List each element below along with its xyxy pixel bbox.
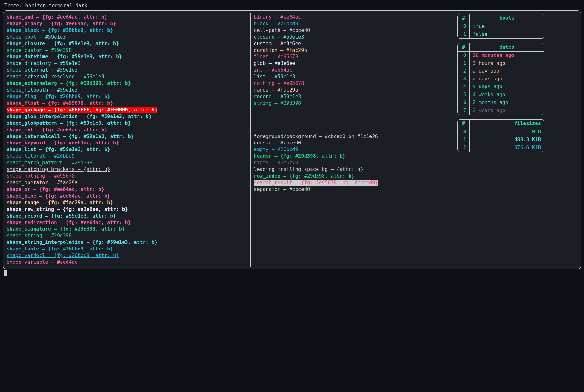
shapes-name: shape_filepath [7, 87, 48, 93]
row-value: 30 minutes ago [470, 52, 544, 60]
shapes-value: #26bbd9 [54, 153, 74, 159]
shapes-row: shape_table — {fg: #26bbd9, attr: b} [7, 246, 247, 252]
shapes-value: {fg: #e3e6ee, attr: b} [63, 206, 128, 212]
shapes-row: shape_external_resolved — #59e1e3 [7, 73, 247, 80]
separator-text: — [269, 21, 278, 27]
shapes-row: shape_bool — #59e1e3 [7, 34, 247, 41]
types-row: nothing — #e95678 [254, 80, 450, 87]
row-value: 0 B [470, 128, 544, 136]
types-row: range — #fac29a [254, 87, 450, 93]
misc-entry: search_result — {fg: #e95678, bg: #cbced… [254, 180, 378, 186]
shapes-value: {fg: #59e1e3, attr: b} [69, 134, 134, 139]
types-entry: cell-path — #cbced0 [254, 28, 310, 33]
shapes-entry: shape_raw_string — {fg: #e3e6ee, attr: b… [7, 206, 128, 212]
types-entry: int — #ee64ac [254, 67, 292, 73]
types-value: #fac29a [286, 47, 307, 53]
separator-text: — [328, 167, 337, 172]
shapes-row: shape_directory — #59e1e3 [7, 60, 247, 67]
shapes-name: shape_block [7, 28, 39, 33]
shapes-row: shape_datetime — {fg: #59e1e3, attr: b} [7, 54, 247, 60]
shapes-entry: shape_list — {fg: #59e1e3, attr: b} [7, 147, 110, 152]
row-value: 488.3 KiB [470, 136, 544, 144]
misc-value: #cbced0 [289, 187, 310, 192]
shapes-value: {fg: #59e1e3, attr: b} [66, 120, 131, 126]
types-value: #29d398 [280, 100, 301, 106]
separator-text: — [272, 14, 280, 20]
shapes-entry: shape_directory — #59e1e3 [7, 60, 80, 66]
row-index: 2 [458, 144, 470, 152]
separator-text: — [280, 187, 289, 192]
row-value: 3 hours ago [470, 60, 544, 67]
shapes-row: shape_closure — {fg: #59e1e3, attr: b} [7, 41, 247, 47]
shapes-row: shape_garbage — {fg: #FFFFFF, bg: #FF000… [7, 107, 247, 113]
shapes-entry: shape_redirection — {fg: #ee64ac, attr: … [7, 220, 131, 225]
separator-text: — [39, 28, 48, 33]
shapes-row: shape_or — {fg: #ee64ac, attr: b} [7, 186, 247, 193]
table-row: 1false [458, 30, 544, 38]
misc-name: header [254, 153, 272, 159]
table-header: #filesizes [458, 120, 544, 128]
types-row: closure — #59e1e3 [254, 34, 450, 41]
shapes-value: {fg: #ee64ac, attr: b} [45, 193, 110, 199]
types-value: #59e1e3 [274, 74, 295, 79]
types-column: binary — #ee64acblock — #26bbd9cell-path… [251, 13, 453, 267]
types-row: cell-path — #cbced0 [254, 27, 450, 34]
shapes-name: shape_directory [7, 60, 51, 66]
types-name: binary [254, 14, 272, 20]
shapes-name: shape_bool [7, 34, 36, 40]
row-value: 2 years ago [470, 107, 544, 115]
misc-row: foreground/background — #cbced0 on #1c1e… [254, 133, 450, 140]
separator-text: — [48, 180, 57, 186]
separator-text: — [269, 54, 278, 60]
shapes-entry: shape_matching_brackets — {attr: u} [7, 167, 110, 172]
table-dates: #dates030 minutes ago13 hours ago2a day … [457, 43, 544, 115]
shapes-entry: shape_block — {fg: #26bbd9, attr: b} [7, 28, 113, 33]
separator-text: — [48, 54, 57, 60]
row-index: 2 [458, 67, 470, 75]
types-entry: list — #59e1e3 [254, 74, 295, 79]
table-header: #dates [458, 43, 544, 52]
table-row: 030 minutes ago [458, 52, 544, 60]
types-name: range [254, 87, 269, 93]
misc-value: {fg: #e95678, bg: #cbced0} [301, 180, 378, 186]
shapes-value: #59e1e3 [60, 60, 80, 66]
misc-entry: cursor — #cbced0 [254, 140, 301, 146]
table-row: 0true [458, 22, 544, 30]
types-value: #59e1e3 [280, 94, 301, 99]
types-entry: glob — #e3e6ee [254, 60, 295, 66]
table-row: 00 B [458, 128, 544, 136]
table-header-label: bools [470, 14, 544, 22]
shapes-name: shape_operator [7, 180, 48, 186]
misc-name: leading_trailing_space_bg [254, 167, 328, 172]
shapes-row: shape_vardecl — {fg: #26bbd9, attr: u} [7, 252, 247, 259]
separator-text: — [280, 173, 289, 179]
shapes-value: #29d398 [51, 233, 72, 238]
shapes-name: shape_int [7, 127, 33, 133]
types-name: duration [254, 47, 278, 53]
shapes-row: shape_match_pattern — #29d398 [7, 160, 247, 166]
shapes-row: shape_externalarg — {fg: #29d398, attr: … [7, 80, 247, 87]
types-row: custom — #e3e6ee [254, 41, 450, 47]
table-row: 45 days ago [458, 83, 544, 91]
shapes-name: shape_signature [7, 226, 51, 232]
separator-text: — [78, 114, 87, 119]
separator-text: — [48, 67, 57, 73]
shapes-value: {fg: #59e1e3, attr: b} [87, 114, 151, 119]
shapes-row: shape_block — {fg: #26bbd9, attr: b} [7, 27, 247, 34]
separator-text: — [292, 180, 301, 186]
types-value: #e95678 [278, 54, 298, 60]
misc-row: hints — #6f6f70 [254, 160, 450, 166]
separator-text: — [45, 41, 54, 47]
separator-text: — [272, 153, 280, 159]
types-entry: record — #59e1e3 [254, 94, 301, 99]
shapes-name: shape_float [7, 100, 39, 106]
misc-value: #26bbd9 [278, 147, 298, 152]
shapes-value: #29d398 [51, 47, 72, 53]
shapes-entry: shape_bool — #59e1e3 [7, 34, 66, 40]
table-header: #bools [458, 14, 544, 22]
shapes-row: shape_string_interpolation — {fg: #59e1e… [7, 239, 247, 246]
shapes-row: shape_range — {fg: #fac29a, attr: b} [7, 199, 247, 206]
types-value: #59e1e3 [283, 34, 304, 40]
shapes-column: shape_and — {fg: #ee64ac, attr: b}shape_… [3, 13, 251, 267]
separator-text: — [54, 206, 63, 212]
